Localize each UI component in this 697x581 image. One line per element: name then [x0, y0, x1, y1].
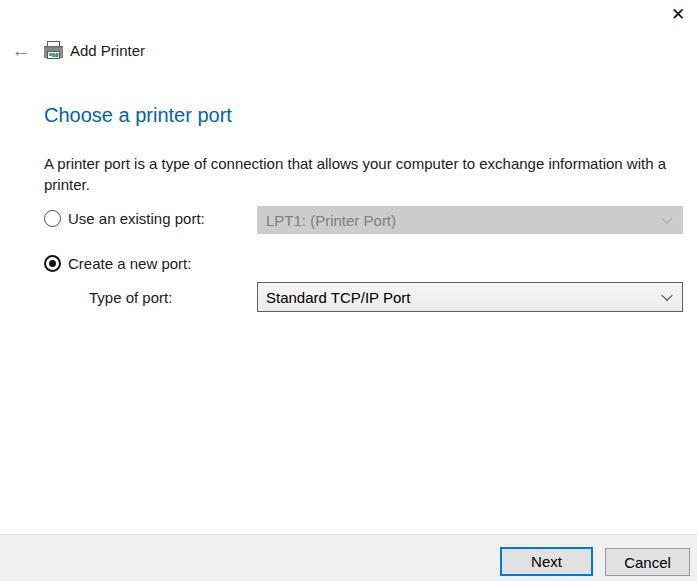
existing-port-dropdown-value: LPT1: (Printer Port) [266, 212, 396, 229]
chevron-down-icon [661, 213, 672, 224]
page-title: Add Printer [70, 42, 145, 59]
add-printer-wizard-dialog: ✕ ← Add Printer Choose a printer port A … [0, 0, 697, 581]
radio-label-existing-port: Use an existing port: [68, 210, 205, 227]
radio-create-new-port[interactable]: Create a new port: [44, 255, 191, 272]
close-icon[interactable]: ✕ [663, 2, 693, 26]
wizard-step-heading: Choose a printer port [44, 104, 232, 127]
port-type-dropdown[interactable]: Standard TCP/IP Port [257, 282, 683, 312]
wizard-footer: Next Cancel [0, 534, 697, 581]
step-description: A printer port is a type of connection t… [44, 153, 692, 195]
port-type-dropdown-value: Standard TCP/IP Port [266, 289, 411, 306]
next-button[interactable]: Next [500, 547, 593, 576]
wizard-header: ← Add Printer [0, 38, 697, 66]
radio-circle-checked[interactable] [44, 255, 61, 272]
existing-port-dropdown: LPT1: (Printer Port) [257, 206, 683, 234]
back-button[interactable]: ← [8, 38, 34, 64]
radio-label-new-port: Create a new port: [68, 255, 191, 272]
radio-use-existing-port[interactable]: Use an existing port: [44, 210, 205, 227]
chevron-down-icon [661, 290, 672, 301]
cancel-button[interactable]: Cancel [605, 548, 690, 576]
radio-circle-unchecked[interactable] [44, 210, 61, 227]
printer-icon [42, 39, 65, 66]
type-of-port-label: Type of port: [89, 289, 172, 306]
